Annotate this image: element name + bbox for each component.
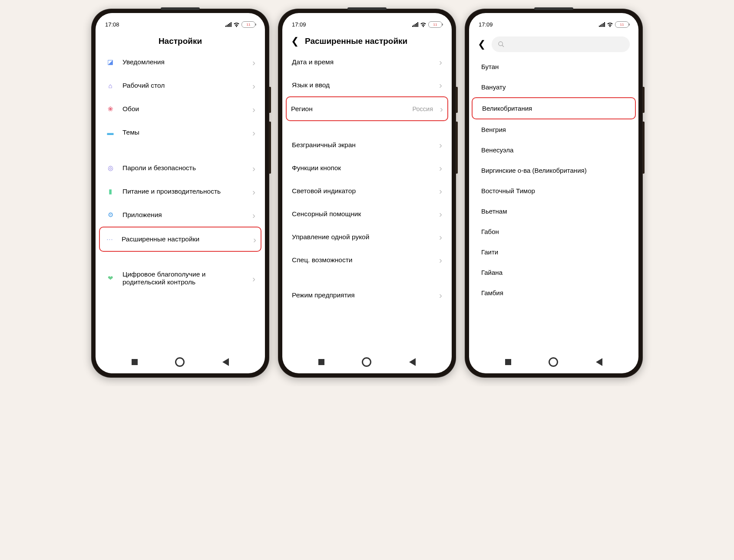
- chevron-right-icon: ›: [440, 104, 443, 113]
- recents-button[interactable]: [318, 359, 324, 365]
- item-label: Обои: [122, 105, 245, 113]
- settings-item[interactable]: Световой индикатор›: [288, 179, 446, 202]
- item-icon: ❀: [105, 104, 116, 114]
- chevron-right-icon: ›: [439, 80, 442, 89]
- back-button[interactable]: [222, 358, 229, 366]
- country-item[interactable]: Венесуэла: [469, 140, 638, 160]
- settings-item[interactable]: ◪Уведомления›: [101, 50, 260, 74]
- status-bar: 17:09 11: [282, 13, 452, 29]
- settings-item[interactable]: ❤Цифровое благополучие и родительский ко…: [101, 264, 260, 293]
- home-button[interactable]: [549, 357, 558, 367]
- item-icon: ◎: [105, 163, 116, 173]
- country-item[interactable]: Вануату: [469, 77, 638, 97]
- nav-bar: [282, 352, 452, 373]
- settings-item[interactable]: ⚙Приложения›: [101, 203, 260, 227]
- chevron-right-icon: ›: [439, 186, 442, 195]
- country-item[interactable]: Виргинские о-ва (Великобритания): [469, 160, 638, 181]
- item-icon: ◪: [105, 57, 116, 67]
- status-bar: 17:08 11: [96, 13, 265, 29]
- settings-item[interactable]: Язык и ввод›: [288, 73, 446, 96]
- battery-icon: 11: [615, 21, 629, 28]
- item-label: Безграничный экран: [292, 141, 432, 149]
- phone-settings: 17:08 11 Настройки ◪Уведомления›⌂Рабочий…: [91, 9, 269, 378]
- home-button[interactable]: [175, 357, 185, 367]
- nav-bar: [469, 352, 638, 373]
- signal-icon: [599, 22, 605, 27]
- settings-item[interactable]: Управление одной рукой›: [288, 225, 446, 248]
- clock: 17:09: [479, 21, 493, 28]
- svg-line-1: [502, 45, 504, 47]
- signal-icon: [412, 22, 418, 27]
- phone-region-picker: 17:09 11 ❮ БутанВануатуВеликобританияВен…: [465, 9, 643, 378]
- chevron-right-icon: ›: [252, 211, 255, 220]
- item-label: Питание и производительность: [122, 188, 245, 195]
- clock: 17:08: [105, 21, 119, 28]
- country-item[interactable]: Гаити: [469, 242, 638, 262]
- item-label: Приложения: [122, 211, 245, 219]
- battery-icon: 11: [241, 21, 255, 28]
- item-icon: ⋯: [104, 234, 115, 244]
- settings-item[interactable]: ❀Обои›: [101, 97, 260, 121]
- country-item[interactable]: Вьетнам: [469, 201, 638, 221]
- chevron-right-icon: ›: [439, 209, 442, 218]
- back-button[interactable]: [596, 358, 602, 366]
- wifi-icon: [607, 22, 613, 27]
- settings-item[interactable]: Сенсорный помощник›: [288, 202, 446, 225]
- item-label: Уведомления: [122, 58, 245, 66]
- settings-item[interactable]: Безграничный экран›: [288, 133, 446, 156]
- chevron-right-icon: ›: [439, 290, 442, 300]
- item-icon: ▬: [105, 127, 116, 138]
- chevron-right-icon: ›: [439, 140, 442, 149]
- item-label: Режим предприятия: [292, 291, 432, 299]
- item-label: Темы: [122, 128, 245, 136]
- settings-item[interactable]: Дата и время›: [288, 50, 446, 73]
- chevron-right-icon: ›: [439, 57, 442, 66]
- country-item[interactable]: Бутан: [469, 56, 638, 77]
- country-item[interactable]: Восточный Тимор: [469, 181, 638, 201]
- clock: 17:09: [292, 21, 306, 28]
- item-label: Сенсорный помощник: [292, 210, 432, 218]
- item-label: Дата и время: [292, 58, 432, 66]
- settings-item[interactable]: Режим предприятия›: [288, 283, 446, 306]
- settings-item[interactable]: Спец. возможности›: [288, 248, 446, 271]
- back-chevron-icon[interactable]: ❮: [291, 36, 299, 46]
- settings-item[interactable]: Функции кнопок›: [288, 156, 446, 179]
- back-chevron-icon[interactable]: ❮: [478, 40, 486, 49]
- wifi-icon: [233, 22, 240, 27]
- settings-item[interactable]: РегионРоссия›: [286, 96, 448, 121]
- settings-item[interactable]: ⋯Расширенные настройки›: [99, 227, 261, 252]
- signal-icon: [225, 22, 231, 27]
- item-label: Расширенные настройки: [122, 235, 246, 243]
- phone-advanced: 17:09 11 ❮ Расширенные настройки Дата и …: [278, 9, 456, 378]
- chevron-right-icon: ›: [439, 163, 442, 172]
- settings-item[interactable]: ◎Пароли и безопасность›: [101, 156, 260, 180]
- item-label: Пароли и безопасность: [122, 164, 245, 172]
- recents-button[interactable]: [505, 359, 511, 365]
- home-button[interactable]: [362, 357, 371, 367]
- back-button[interactable]: [409, 358, 416, 366]
- country-item[interactable]: Габон: [469, 221, 638, 242]
- item-value: Россия: [412, 105, 433, 112]
- chevron-right-icon: ›: [439, 255, 442, 264]
- country-item[interactable]: Гамбия: [469, 283, 638, 303]
- country-item[interactable]: Венгрия: [469, 119, 638, 140]
- recents-button[interactable]: [132, 359, 138, 365]
- status-bar: 17:09 11: [469, 13, 638, 29]
- item-label: Рабочий стол: [122, 82, 245, 89]
- chevron-right-icon: ›: [252, 187, 255, 196]
- country-item[interactable]: Великобритания: [472, 97, 636, 119]
- settings-item[interactable]: ⌂Рабочий стол›: [101, 74, 260, 97]
- chevron-right-icon: ›: [253, 235, 256, 244]
- chevron-right-icon: ›: [252, 81, 255, 90]
- item-icon: ⚙: [105, 210, 116, 220]
- settings-item[interactable]: ▮Питание и производительность›: [101, 180, 260, 203]
- item-label: Управление одной рукой: [292, 233, 432, 241]
- nav-bar: [96, 352, 265, 373]
- item-icon: ▮: [105, 186, 116, 197]
- settings-item[interactable]: ▬Темы›: [101, 121, 260, 144]
- country-item[interactable]: Гайана: [469, 262, 638, 283]
- svg-point-0: [499, 42, 503, 46]
- search-input[interactable]: [492, 36, 630, 52]
- search-icon: [498, 41, 505, 48]
- chevron-right-icon: ›: [252, 274, 255, 283]
